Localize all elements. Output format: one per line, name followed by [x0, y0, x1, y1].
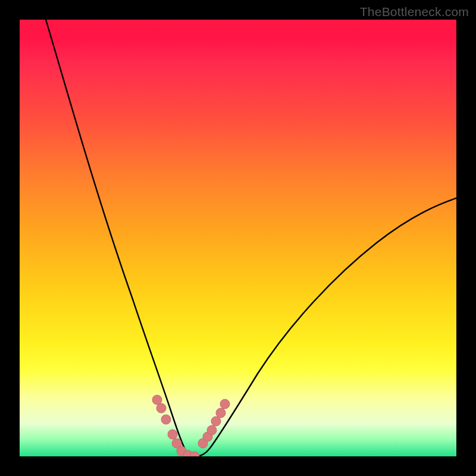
marker-dot [216, 408, 226, 418]
marker-dot [152, 395, 162, 405]
marker-dot [211, 416, 221, 426]
right-curve [195, 198, 456, 456]
marker-dot [161, 415, 171, 424]
marker-dot [220, 399, 230, 409]
plot-area [20, 20, 456, 456]
outer-frame: TheBottleneck.com [0, 0, 476, 476]
chart-svg [20, 20, 456, 456]
marker-group [152, 395, 230, 456]
watermark-text: TheBottleneck.com [360, 5, 469, 19]
left-curve [46, 20, 195, 456]
marker-dot [156, 403, 166, 413]
marker-dot [207, 425, 217, 435]
marker-dot [168, 430, 177, 439]
